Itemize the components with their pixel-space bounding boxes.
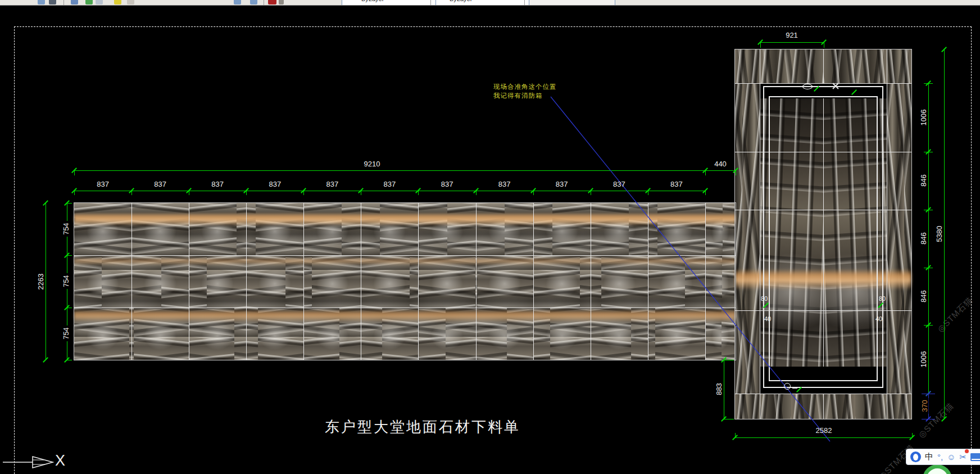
ime-toolbar: 中 °, ☺ ✂ — [906, 449, 980, 465]
drawing-canvas[interactable]: 现场合准角这个位置 我记得有消防箱 东户型大堂地面石材下料单 ◎STM石猫 ◎S… — [0, 0, 980, 474]
dim-label: 883 — [715, 381, 723, 397]
marble-tile — [189, 308, 246, 360]
marble-tile — [705, 203, 736, 255]
dim-label: 837 — [556, 180, 568, 188]
toolbar-icon[interactable] — [49, 0, 56, 4]
marble-tile — [246, 255, 303, 308]
dim-label: 2582 — [816, 426, 832, 435]
dim-label: 440 — [714, 160, 727, 168]
dim-label: 837 — [384, 180, 396, 188]
marble-tile — [705, 308, 736, 360]
toolbar-separator — [430, 0, 431, 6]
dim-line — [724, 360, 734, 360]
grid-line — [533, 203, 534, 360]
marble-tile — [418, 308, 475, 360]
toolbar-icon[interactable] — [38, 0, 45, 4]
marble-tile — [361, 203, 418, 255]
marble-tile — [887, 83, 911, 394]
dim-line — [303, 191, 304, 195]
dim-label: 837 — [269, 180, 281, 188]
dim-line — [735, 437, 912, 438]
toolbar-icon[interactable] — [114, 0, 121, 4]
dim-line — [824, 42, 824, 48]
marble-tile — [533, 203, 591, 255]
marble-tile — [131, 203, 189, 255]
dim-label: 846 — [919, 288, 928, 304]
linetype-combo[interactable]: ByLayer — [435, 0, 535, 6]
dim-label: 80 — [761, 295, 768, 302]
dim-label: 754 — [62, 221, 70, 237]
top-toolbar: ByLayer ByLayer — [0, 0, 980, 6]
toolbar-separator — [524, 0, 525, 6]
marble-tile — [361, 255, 418, 308]
dim-line — [67, 255, 72, 256]
lineweight-combo[interactable] — [529, 0, 615, 6]
scissors-icon[interactable]: ✂ — [960, 452, 967, 462]
qq-input-logo-icon[interactable] — [910, 452, 921, 462]
dim-label: 80 — [879, 295, 886, 302]
grid-line — [246, 203, 247, 360]
dim-line — [928, 83, 929, 394]
toolbar-icon[interactable] — [85, 0, 93, 4]
ucs-x-label: X — [55, 452, 65, 470]
cad-application-window: ByLayer ByLayer 现场合准角这个位置 我记得有消防箱 东户型大堂地… — [0, 0, 980, 474]
toolbar-icon[interactable] — [250, 0, 257, 4]
dim-label: 9210 — [364, 160, 380, 168]
grid-line — [760, 49, 760, 419]
dim-label: 2263 — [37, 272, 45, 292]
linetype-combo-value: ByLayer — [450, 0, 472, 2]
tiny-dim-mark — [784, 383, 791, 390]
tiny-dim-mark — [792, 387, 797, 389]
notification-dot — [965, 449, 969, 453]
dim-line — [724, 360, 724, 419]
marble-tile — [189, 203, 246, 255]
toolbar-icon[interactable] — [127, 0, 134, 4]
dim-label: 837 — [670, 180, 683, 188]
toolbar-icon[interactable] — [71, 0, 78, 4]
marble-tile — [887, 49, 911, 83]
dim-label: 921 — [786, 31, 798, 39]
dim-line — [74, 191, 705, 191]
grid-line — [418, 203, 419, 360]
assistant-mascot[interactable] — [923, 464, 952, 474]
dim-line — [361, 191, 361, 195]
dim-line — [736, 170, 736, 175]
dim-line — [67, 308, 72, 308]
drawing-title: 东户型大堂地面石材下料单 — [325, 417, 520, 437]
dim-label: 40 — [875, 315, 882, 322]
marble-tile — [476, 203, 533, 255]
dim-line — [724, 419, 734, 419]
dim-label: 837 — [441, 180, 453, 188]
marble-tile — [74, 255, 131, 308]
annotation-line-1: 现场合准角这个位置 — [493, 82, 557, 91]
toolbar-icon[interactable] — [234, 0, 241, 4]
marble-tile — [533, 308, 591, 360]
dim-label: 837 — [154, 180, 166, 188]
grid-line — [591, 203, 591, 360]
marble-tile — [648, 255, 705, 308]
grid-line — [823, 49, 824, 83]
chinese-mode-toggle[interactable]: 中 — [925, 452, 933, 462]
dim-label: 5380 — [935, 224, 943, 244]
tiny-dim-mark — [802, 84, 813, 89]
dim-label: 837 — [97, 180, 109, 188]
marble-tile — [887, 394, 911, 419]
watermark: ◎STM石猫 — [936, 295, 976, 335]
marble-tile — [735, 83, 760, 394]
layer-combo-value: ByLayer — [361, 0, 384, 2]
toolbar-icon[interactable] — [279, 0, 284, 4]
dim-line — [67, 203, 72, 204]
emoji-icon[interactable]: ☺ — [947, 452, 955, 462]
dim-label: 846 — [919, 231, 928, 246]
dim-label: 837 — [613, 180, 625, 188]
layer-color-swatch[interactable] — [268, 0, 276, 4]
keyboard-icon[interactable] — [970, 453, 980, 461]
dim-line — [418, 191, 419, 195]
punctuation-toggle[interactable]: °, — [937, 452, 943, 462]
grid-line — [705, 203, 706, 360]
dim-line — [67, 360, 72, 360]
dim-label: 370 — [920, 398, 929, 414]
toolbar-icon[interactable] — [96, 0, 103, 4]
marble-tile — [705, 255, 736, 308]
marble-tile — [533, 255, 591, 308]
